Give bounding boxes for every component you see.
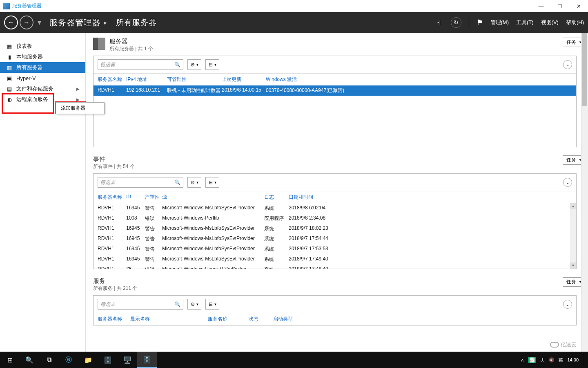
sidebar-label: 文件和存储服务 — [16, 85, 53, 92]
sidebar-item-local-server[interactable]: ▮ 本地服务器 — [0, 52, 85, 62]
tray-clock[interactable]: 14:00 — [567, 357, 579, 362]
task-view-button[interactable]: ⧉ — [39, 352, 59, 368]
close-button[interactable]: ✕ — [569, 0, 588, 12]
servers-section-head: 服务器 所有服务器 | 共 1 个 任务 — [93, 34, 586, 54]
col-activation[interactable]: Windows 激活 — [266, 76, 388, 83]
search-button[interactable]: 🔍 — [20, 352, 39, 368]
services-expand-button[interactable]: ⌄ — [563, 300, 572, 309]
col-ip[interactable]: IPv4 地址 — [126, 76, 167, 83]
sidebar-label: Hyper-V — [16, 75, 36, 81]
event-row[interactable]: RDVH116945警告Microsoft-Windows-MsLbfoSysE… — [94, 203, 576, 213]
sidebar-label: 所有服务器 — [16, 64, 43, 71]
minimize-button[interactable]: — — [532, 0, 550, 12]
event-row[interactable]: RDVH116945警告Microsoft-Windows-MsLbfoSysE… — [94, 254, 576, 265]
events-title: 事件 — [93, 155, 135, 163]
system-tray: ʌ 📈 🖧 🔇 英 14:00 — [521, 354, 588, 366]
breadcrumb-current: 所有服务器 — [116, 17, 157, 28]
col-start-type[interactable]: 启动类型 — [273, 316, 306, 323]
header-bar: ← → ▾ 服务器管理器 ▸ 所有服务器 • ▏ ↻ ⚑ 管理(M) 工具(T)… — [0, 12, 588, 33]
events-table-header: 服务器名称 ID 严重性 源 日志 日期和时间 — [94, 191, 576, 203]
sep-icon — [469, 18, 469, 27]
search-icon[interactable]: 🔍 — [174, 180, 180, 185]
search-icon[interactable]: 🔍 — [174, 62, 180, 67]
col-log[interactable]: 日志 — [264, 194, 289, 201]
explorer-icon[interactable]: 📁 — [78, 352, 98, 368]
servers-subtitle: 所有服务器 | 共 1 个 — [109, 45, 153, 52]
event-row[interactable]: RDVH116945警告Microsoft-Windows-MsLbfoSysE… — [94, 244, 576, 254]
server-manager-icon[interactable]: 🗄️ — [98, 352, 118, 368]
events-scrollbar[interactable]: ▲▼ — [570, 203, 576, 269]
services-view-options[interactable]: ⊜▼ — [187, 299, 201, 310]
maximize-button[interactable]: ☐ — [550, 0, 569, 12]
col-source[interactable]: 源 — [162, 194, 264, 201]
sidebar-item-hyperv[interactable]: ▣ Hyper-V — [0, 73, 85, 83]
event-row[interactable]: RDVH116945警告Microsoft-Windows-MsLbfoSysE… — [94, 224, 576, 234]
server-icon: ▮ — [6, 54, 13, 60]
col-manageability[interactable]: 可管理性 — [167, 76, 222, 83]
server-row[interactable]: RDVH1 192.168.10.201 联机 - 未启动性能计数器 2018/… — [94, 85, 576, 96]
tray-sound-icon[interactable]: 🔇 — [549, 357, 555, 363]
services-subtitle: 所有服务 | 共 211 个 — [93, 285, 137, 292]
forward-button[interactable]: → — [20, 16, 33, 29]
tray-network-icon[interactable]: 🖧 — [540, 357, 545, 362]
servers-expand-button[interactable]: ⌄ — [563, 60, 572, 69]
window-title: 服务器管理器 — [12, 2, 42, 9]
search-icon[interactable]: 🔍 — [174, 301, 180, 307]
event-row[interactable]: RDVH11008错误Microsoft-Windows-Perflib应用程序… — [94, 213, 576, 224]
refresh-icon[interactable]: ↻ — [451, 17, 461, 28]
dropdown-caret-icon[interactable]: • ▏ — [437, 20, 443, 25]
col-state[interactable]: 状态 — [249, 316, 273, 323]
notifications-flag-icon[interactable]: ⚑ — [477, 18, 483, 27]
col-server-name[interactable]: 服务器名称 — [98, 316, 130, 323]
event-row[interactable]: RDVH175错误Microsoft-Windows-Hyper-V-VmSwi… — [94, 265, 576, 269]
dashboard-icon: ▦ — [6, 43, 13, 49]
ie-icon[interactable]: ⓔ — [59, 352, 78, 368]
events-save-query[interactable]: ⊟▼ — [205, 177, 219, 188]
menu-manage[interactable]: 管理(M) — [490, 19, 509, 26]
tray-ime[interactable]: 英 — [559, 357, 563, 363]
show-desktop[interactable] — [583, 354, 584, 366]
sidebar-item-dashboard[interactable]: ▦ 仪表板 — [0, 41, 85, 52]
main-content: 服务器 所有服务器 | 共 1 个 任务 筛选器 🔍 ⊜▼ ⊟▼ ⌄ 服务器名称… — [86, 33, 588, 352]
event-row[interactable]: RDVH116945警告Microsoft-Windows-MsLbfoSysE… — [94, 234, 576, 244]
tray-up-icon[interactable]: ʌ — [521, 357, 524, 363]
rd-icon[interactable]: 🖥️ — [118, 352, 137, 368]
services-filter-input[interactable]: 筛选器 🔍 — [98, 299, 183, 310]
sidebar-item-all-servers[interactable]: ▥ 所有服务器 — [0, 62, 85, 73]
servers-table-header: 服务器名称 IPv4 地址 可管理性 上次更新 Windows 激活 — [94, 73, 576, 85]
col-datetime[interactable]: 日期和时间 — [289, 194, 350, 201]
col-server-name[interactable]: 服务器名称 — [98, 76, 126, 83]
col-last-update[interactable]: 上次更新 — [222, 76, 266, 83]
servers-filter-input[interactable]: 筛选器 🔍 — [98, 59, 183, 70]
col-server-name[interactable]: 服务器名称 — [98, 194, 126, 201]
breadcrumb-root[interactable]: 服务器管理器 — [49, 17, 101, 28]
sidebar-item-file-storage[interactable]: ▤ 文件和存储服务 ▶ — [0, 83, 85, 94]
servers-view-options[interactable]: ⊜▼ — [187, 59, 201, 70]
menu-help[interactable]: 帮助(H) — [566, 19, 584, 26]
menu-tools[interactable]: 工具(T) — [516, 19, 534, 26]
main-scrollbar[interactable] — [581, 33, 588, 352]
events-expand-button[interactable]: ⌄ — [563, 178, 572, 187]
events-view-options[interactable]: ⊜▼ — [187, 177, 201, 188]
breadcrumb-sep: ▸ — [104, 19, 107, 26]
col-service-name[interactable]: 服务名称 — [208, 316, 249, 323]
start-button[interactable]: ⊞ — [0, 352, 20, 368]
services-title: 服务 — [93, 277, 137, 285]
titlebar: 服务器管理器 — ☐ ✕ — [0, 0, 588, 12]
menu-add-server[interactable]: 添加服务器 — [56, 103, 104, 114]
events-filter-input[interactable]: 筛选器 🔍 — [98, 177, 183, 188]
services-save-query[interactable]: ⊟▼ — [205, 299, 219, 310]
chevron-right-icon: ▶ — [76, 87, 80, 91]
col-severity[interactable]: 严重性 — [145, 194, 162, 201]
servers-icon: ▥ — [6, 65, 13, 70]
col-id[interactable]: ID — [126, 194, 145, 201]
servers-tile-icon — [93, 38, 105, 50]
col-display-name[interactable]: 显示名称 — [130, 316, 208, 323]
services-section-head: 服务 所有服务 | 共 211 个 任务 — [93, 277, 586, 294]
server-manager-task[interactable]: 🗄️ — [137, 352, 157, 368]
servers-save-query[interactable]: ⊟▼ — [205, 59, 219, 70]
tray-perf-icon[interactable]: 📈 — [528, 357, 536, 363]
events-section-head: 事件 所有事件 | 共 54 个 任务 — [93, 155, 586, 172]
menu-view[interactable]: 视图(V) — [541, 19, 559, 26]
back-button[interactable]: ← — [4, 16, 18, 29]
